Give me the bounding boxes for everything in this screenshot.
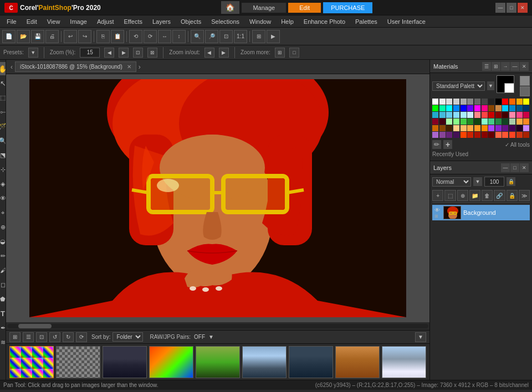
swatch-25[interactable] — [509, 105, 515, 111]
swatch-36[interactable] — [488, 112, 494, 118]
swatch-76[interactable] — [474, 132, 480, 138]
layer-visible-icon[interactable]: 👁 — [434, 207, 440, 213]
swatch-83[interactable] — [523, 132, 529, 138]
swatch-23[interactable] — [495, 105, 502, 111]
swatch-30[interactable] — [446, 112, 452, 118]
materials-arrow-btn[interactable]: → — [501, 62, 510, 71]
tab-edit[interactable]: Edit — [288, 3, 321, 13]
canvas-wrapper[interactable] — [6, 74, 429, 322]
menu-window[interactable]: Window — [245, 17, 275, 26]
swatch-56[interactable] — [432, 125, 438, 131]
zoom-100-btn[interactable]: ⊠ — [147, 48, 157, 58]
swatch-42[interactable] — [432, 118, 438, 125]
swatch-71[interactable] — [439, 132, 446, 138]
canvas-tab[interactable]: iStock-1018087886 @ 15% (Background) ✕ — [15, 61, 136, 72]
swatch-41[interactable] — [523, 112, 529, 118]
menu-view[interactable]: View — [43, 17, 65, 26]
new-group-btn[interactable]: 📁 — [469, 190, 480, 201]
maximize-button[interactable]: □ — [507, 3, 516, 13]
new-layer-btn[interactable]: + — [432, 190, 443, 201]
swatch-51[interactable] — [495, 118, 502, 125]
filmstrip-thumb-2[interactable] — [103, 346, 147, 378]
filmstrip-thumb-1[interactable] — [56, 346, 100, 378]
script-btn[interactable]: ▶ — [267, 30, 280, 43]
swatch-74[interactable] — [461, 132, 467, 138]
swatch-32[interactable] — [461, 112, 467, 118]
materials-close-btn[interactable]: ✕ — [520, 62, 529, 71]
zoom-fit-btn[interactable]: ⊡ — [133, 48, 143, 58]
select-tool[interactable]: ↖▾ — [0, 76, 6, 90]
swatch-29[interactable] — [439, 112, 446, 118]
swatch-22[interactable] — [488, 105, 494, 111]
pen-tool[interactable]: ✒▾ — [0, 321, 6, 334]
swatch-64[interactable] — [488, 125, 494, 131]
straighten-tool[interactable]: ⊹ — [0, 163, 6, 176]
zoom-step-up-btn[interactable]: ▶ — [219, 48, 229, 58]
swatch-59[interactable] — [453, 125, 459, 131]
swatch-44[interactable] — [446, 118, 452, 125]
swatch-4[interactable] — [461, 99, 467, 105]
preset-dropdown-btn[interactable]: ▼ — [28, 48, 38, 58]
dodge-tool[interactable]: ◒▾ — [0, 235, 6, 248]
filmstrip-rotate-btn[interactable]: ⟳ — [76, 332, 87, 342]
set-foreground-btn[interactable]: ✏ — [432, 140, 441, 149]
opacity-lock-btn[interactable]: 🔒 — [507, 177, 515, 186]
filmstrip-thumb-7[interactable] — [335, 346, 380, 378]
swatch-0[interactable] — [432, 99, 438, 105]
swatch-60[interactable] — [461, 125, 467, 131]
rotate-right-btn[interactable]: ⟳ — [144, 30, 157, 43]
lasso-tool[interactable]: ⟜ — [0, 105, 6, 118]
new-mask-btn[interactable]: ⊕ — [457, 190, 468, 201]
materials-grid-btn[interactable]: ⊞ — [492, 62, 500, 71]
layer-link-icon[interactable]: ⊞ — [434, 214, 440, 219]
opacity-input[interactable]: 100 — [484, 177, 504, 187]
swatch-34[interactable] — [474, 112, 480, 118]
blend-mode-select[interactable]: Normal — [432, 177, 471, 187]
sort-select[interactable]: Folder — [112, 332, 143, 342]
layer-row[interactable]: 👁 ⊞ Background — [432, 205, 530, 220]
crop-tool[interactable]: ⬔▾ — [0, 148, 6, 162]
swatch-67[interactable] — [509, 125, 515, 131]
zoom-inc-btn[interactable]: ▶ — [119, 48, 129, 58]
swatch-20[interactable] — [474, 105, 480, 111]
paint-brush-tool[interactable]: ✏▾ — [0, 249, 6, 262]
swatch-55[interactable] — [523, 118, 529, 125]
tab-nav-left[interactable]: ‹ — [8, 63, 15, 71]
swatch-82[interactable] — [516, 132, 523, 138]
filmstrip-view-btn-1[interactable]: ⊞ — [9, 332, 21, 342]
purchase-button[interactable]: PURCHASE — [323, 2, 372, 13]
filmstrip-thumb-3[interactable] — [149, 346, 193, 378]
filmstrip-thumb-0[interactable] — [9, 346, 54, 378]
menu-edit[interactable]: Edit — [22, 17, 42, 26]
open-btn[interactable]: 📂 — [17, 30, 30, 43]
menu-enhance-photo[interactable]: Enhance Photo — [299, 17, 350, 26]
gradient-box[interactable] — [520, 86, 530, 96]
swatch-19[interactable] — [467, 105, 473, 111]
swatch-48[interactable] — [474, 118, 480, 125]
filmstrip-view-btn-3[interactable]: ⊡ — [36, 332, 47, 342]
minimize-button[interactable]: — — [495, 3, 505, 13]
filmstrip-collapse-btn[interactable]: ▼ — [415, 332, 426, 342]
menu-selections[interactable]: Selections — [207, 17, 244, 26]
swatch-58[interactable] — [446, 125, 452, 131]
eyedropper-tool[interactable]: 🔍 — [0, 134, 6, 147]
eraser-tool[interactable]: ◻▾ — [0, 278, 6, 291]
swatch-28[interactable] — [432, 112, 438, 118]
swatch-10[interactable] — [502, 99, 508, 105]
swatch-8[interactable] — [488, 99, 494, 105]
menu-file[interactable]: File — [2, 17, 21, 26]
clone-tool[interactable]: ⊕▾ — [0, 220, 6, 234]
menu-palettes[interactable]: Palettes — [351, 17, 382, 26]
layers-close-btn[interactable]: ✕ — [520, 163, 529, 172]
fill-tool[interactable]: ⬟▾ — [0, 292, 6, 306]
swatch-38[interactable] — [502, 112, 508, 118]
swatch-43[interactable] — [439, 118, 446, 125]
link-layers-btn[interactable]: 🔗 — [494, 190, 505, 201]
swatch-35[interactable] — [482, 112, 488, 118]
swatch-21[interactable] — [482, 105, 488, 111]
swatch-15[interactable] — [439, 105, 446, 111]
close-button[interactable]: ✕ — [518, 3, 528, 13]
menu-layers[interactable]: Layers — [148, 17, 175, 26]
menu-effects[interactable]: Effects — [120, 17, 147, 26]
swatch-40[interactable] — [516, 112, 523, 118]
